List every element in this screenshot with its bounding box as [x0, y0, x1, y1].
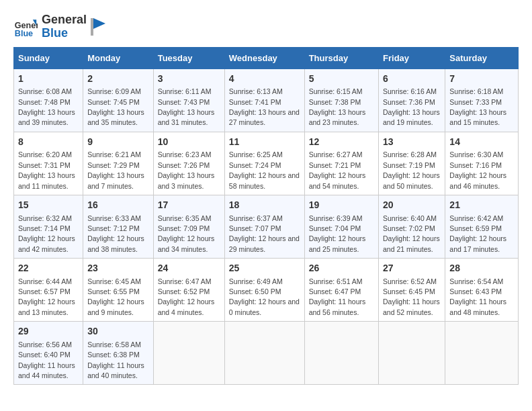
day-number: 6 [383, 73, 441, 86]
daylight-info: Daylight: 13 hours and 15 minutes. [449, 108, 506, 126]
calendar-cell: 24Sunrise: 6:47 AMSunset: 6:52 PMDayligh… [153, 259, 224, 322]
day-number: 18 [229, 199, 300, 212]
sunrise-info: Sunrise: 6:51 AM [309, 277, 363, 285]
calendar-cell: 1Sunrise: 6:08 AMSunset: 7:48 PMDaylight… [14, 68, 83, 132]
day-number: 27 [383, 262, 441, 275]
day-number: 14 [449, 136, 514, 149]
sunset-info: Sunset: 7:48 PM [18, 98, 71, 106]
daylight-info: Daylight: 12 hours and 21 minutes. [383, 234, 440, 253]
sunrise-info: Sunrise: 6:47 AM [158, 277, 212, 285]
calendar-cell: 8Sunrise: 6:20 AMSunset: 7:31 PMDaylight… [14, 132, 83, 195]
svg-rect-3 [91, 18, 93, 36]
logo-blue: Blue [42, 27, 87, 40]
calendar-week-row: 8Sunrise: 6:20 AMSunset: 7:31 PMDaylight… [14, 132, 519, 195]
daylight-info: Daylight: 12 hours and 4 minutes. [158, 298, 215, 316]
sunset-info: Sunset: 7:09 PM [158, 224, 210, 232]
day-number: 2 [87, 73, 149, 86]
sunset-info: Sunset: 7:45 PM [87, 98, 140, 106]
calendar-cell: 22Sunrise: 6:44 AMSunset: 6:57 PMDayligh… [14, 259, 83, 322]
day-number: 7 [449, 73, 514, 86]
calendar-cell: 27Sunrise: 6:52 AMSunset: 6:45 PMDayligh… [379, 259, 445, 322]
daylight-info: Daylight: 12 hours and 25 minutes. [309, 234, 366, 253]
weekday-header: Wednesday [224, 47, 304, 68]
day-number: 20 [383, 199, 441, 212]
calendar-cell: 9Sunrise: 6:21 AMSunset: 7:29 PMDaylight… [83, 132, 154, 195]
calendar-cell: 2Sunrise: 6:09 AMSunset: 7:45 PMDaylight… [83, 68, 154, 132]
calendar-cell: 30Sunrise: 6:58 AMSunset: 6:38 PMDayligh… [83, 322, 154, 385]
sunset-info: Sunset: 7:38 PM [309, 98, 361, 106]
calendar-table: SundayMondayTuesdayWednesdayThursdayFrid… [13, 47, 519, 385]
weekday-header: Friday [379, 47, 445, 68]
logo-icon: General Blue [13, 15, 38, 39]
sunset-info: Sunset: 6:40 PM [18, 351, 71, 359]
daylight-info: Daylight: 13 hours and 35 minutes. [87, 108, 144, 126]
sunset-info: Sunset: 6:43 PM [449, 287, 502, 295]
logo-general: General [42, 13, 87, 27]
daylight-info: Daylight: 12 hours and 0 minutes. [229, 298, 300, 316]
calendar-week-row: 1Sunrise: 6:08 AMSunset: 7:48 PMDaylight… [14, 68, 519, 132]
day-number: 5 [309, 73, 374, 86]
sunrise-info: Sunrise: 6:44 AM [18, 277, 72, 285]
sunrise-info: Sunrise: 6:37 AM [229, 214, 283, 222]
calendar-cell: 20Sunrise: 6:40 AMSunset: 7:02 PMDayligh… [379, 195, 445, 258]
calendar-cell: 11Sunrise: 6:25 AMSunset: 7:24 PMDayligh… [224, 132, 304, 195]
day-number: 19 [309, 199, 374, 212]
calendar-cell: 16Sunrise: 6:33 AMSunset: 7:12 PMDayligh… [83, 195, 154, 258]
sunset-info: Sunset: 6:59 PM [449, 224, 502, 232]
calendar-cell: 29Sunrise: 6:56 AMSunset: 6:40 PMDayligh… [14, 322, 83, 385]
daylight-info: Daylight: 12 hours and 38 minutes. [87, 234, 144, 253]
calendar-cell: 26Sunrise: 6:51 AMSunset: 6:47 PMDayligh… [304, 259, 378, 322]
calendar-cell: 17Sunrise: 6:35 AMSunset: 7:09 PMDayligh… [153, 195, 224, 258]
sunrise-info: Sunrise: 6:11 AM [158, 87, 212, 95]
sunrise-info: Sunrise: 6:27 AM [309, 150, 363, 158]
daylight-info: Daylight: 11 hours and 44 minutes. [18, 361, 75, 379]
calendar-cell: 14Sunrise: 6:30 AMSunset: 7:16 PMDayligh… [445, 132, 519, 195]
sunset-info: Sunset: 6:45 PM [383, 287, 435, 295]
calendar-cell: 12Sunrise: 6:27 AMSunset: 7:21 PMDayligh… [304, 132, 378, 195]
calendar-cell [153, 322, 224, 385]
sunrise-info: Sunrise: 6:09 AM [87, 87, 141, 95]
sunrise-info: Sunrise: 6:45 AM [87, 277, 141, 285]
sunset-info: Sunset: 6:38 PM [87, 351, 140, 359]
calendar-week-row: 15Sunrise: 6:32 AMSunset: 7:14 PMDayligh… [14, 195, 519, 258]
sunset-info: Sunset: 7:41 PM [229, 98, 281, 106]
sunset-info: Sunset: 7:33 PM [449, 98, 502, 106]
daylight-info: Daylight: 12 hours and 58 minutes. [229, 171, 300, 189]
calendar-cell: 19Sunrise: 6:39 AMSunset: 7:04 PMDayligh… [304, 195, 378, 258]
day-number: 17 [158, 199, 220, 212]
sunrise-info: Sunrise: 6:25 AM [229, 150, 283, 158]
sunset-info: Sunset: 7:29 PM [87, 161, 140, 169]
svg-marker-4 [93, 18, 105, 29]
day-number: 26 [309, 262, 374, 275]
day-number: 1 [18, 73, 79, 86]
day-number: 10 [158, 136, 220, 149]
daylight-info: Daylight: 13 hours and 3 minutes. [158, 171, 215, 189]
day-number: 9 [87, 136, 149, 149]
sunrise-info: Sunrise: 6:35 AM [158, 214, 212, 222]
daylight-info: Daylight: 13 hours and 7 minutes. [87, 171, 144, 189]
weekday-header-row: SundayMondayTuesdayWednesdayThursdayFrid… [14, 47, 519, 68]
day-number: 22 [18, 262, 79, 275]
daylight-info: Daylight: 13 hours and 27 minutes. [229, 108, 300, 126]
daylight-info: Daylight: 13 hours and 11 minutes. [18, 171, 75, 189]
sunrise-info: Sunrise: 6:21 AM [87, 150, 141, 158]
calendar-cell: 7Sunrise: 6:18 AMSunset: 7:33 PMDaylight… [445, 68, 519, 132]
sunrise-info: Sunrise: 6:13 AM [229, 87, 283, 95]
day-number: 30 [87, 325, 149, 338]
sunset-info: Sunset: 7:16 PM [449, 161, 502, 169]
sunset-info: Sunset: 6:47 PM [309, 287, 361, 295]
sunset-info: Sunset: 7:04 PM [309, 224, 361, 232]
daylight-info: Daylight: 13 hours and 31 minutes. [158, 108, 215, 126]
sunrise-info: Sunrise: 6:52 AM [383, 277, 437, 285]
sunset-info: Sunset: 6:55 PM [87, 287, 140, 295]
sunset-info: Sunset: 7:02 PM [383, 224, 435, 232]
sunset-info: Sunset: 7:24 PM [229, 161, 281, 169]
sunrise-info: Sunrise: 6:49 AM [229, 277, 283, 285]
weekday-header: Monday [83, 47, 154, 68]
sunrise-info: Sunrise: 6:23 AM [158, 150, 212, 158]
sunrise-info: Sunrise: 6:30 AM [449, 150, 503, 158]
sunrise-info: Sunrise: 6:54 AM [449, 277, 503, 285]
calendar-cell: 5Sunrise: 6:15 AMSunset: 7:38 PMDaylight… [304, 68, 378, 132]
logo-flag-icon [91, 18, 105, 36]
day-number: 13 [383, 136, 441, 149]
